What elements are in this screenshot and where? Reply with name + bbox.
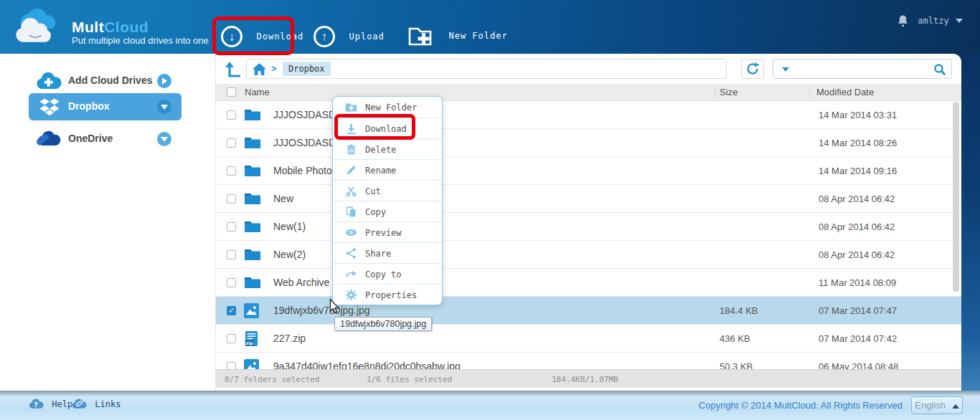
search-filter-chevron-icon[interactable]: [782, 67, 789, 72]
home-icon[interactable]: [253, 63, 266, 78]
file-name[interactable]: New(1): [273, 221, 306, 232]
svg-text:?: ?: [34, 401, 37, 409]
add-cloud-icon: [36, 72, 62, 90]
folder-icon: [244, 191, 261, 205]
copyright-text: Copyright © 2014 MultCloud. All Rights R…: [699, 400, 903, 411]
menu-item-rename[interactable]: Rename: [333, 159, 442, 180]
menu-item-share[interactable]: Share: [333, 242, 442, 263]
menu-item-cut[interactable]: Cut: [333, 180, 442, 201]
table-row[interactable]: zip 227.zip 436 KB 07 Mar 2014 07:42: [216, 325, 961, 353]
svg-text:zip: zip: [246, 340, 254, 346]
file-modified: 11 Mar 2014 08:09: [819, 277, 896, 288]
scissors-icon: [345, 185, 357, 197]
search-input[interactable]: [792, 61, 928, 77]
row-checkbox[interactable]: [227, 222, 236, 232]
new-folder-icon: [345, 101, 357, 113]
column-header-size[interactable]: Size: [720, 87, 738, 97]
menu-item-delete[interactable]: Delete: [333, 138, 442, 159]
sidebar-item-label: Add Cloud Drives: [68, 75, 152, 86]
upload-button[interactable]: ↑ Upload: [314, 26, 385, 50]
row-checkbox[interactable]: [227, 250, 236, 259]
row-checkbox[interactable]: [227, 278, 236, 287]
context-menu: New Folder Download Delete Rename Cut Co…: [332, 96, 443, 305]
column-divider: [715, 85, 715, 99]
download-button[interactable]: ↓ Download: [221, 26, 303, 50]
sidebar-item-onedrive[interactable]: OneDrive: [29, 125, 182, 153]
table-row[interactable]: New 08 Apr 2014 06:42: [216, 185, 961, 213]
row-checkbox[interactable]: [227, 166, 236, 176]
select-all-checkbox[interactable]: [227, 87, 236, 97]
footer: ? Help Links Copyright © 2014 MultCloud.…: [0, 391, 980, 420]
file-modified: 08 Apr 2014 06:42: [819, 249, 895, 260]
menu-item-copy[interactable]: Copy: [333, 201, 442, 221]
links-link[interactable]: Links: [72, 398, 121, 413]
table-row[interactable]: New(2) 08 Apr 2014 06:42: [216, 241, 961, 269]
row-checkbox[interactable]: [227, 138, 236, 148]
menu-item-properties[interactable]: Properties: [333, 284, 442, 305]
menu-item-download[interactable]: Download: [333, 118, 442, 138]
table-row[interactable]: New(1) 08 Apr 2014 06:42: [216, 213, 961, 241]
status-folders-selected: 0/7 folders selected: [225, 375, 319, 384]
bell-icon[interactable]: [897, 14, 908, 27]
menu-item-label: Rename: [365, 166, 396, 176]
table-row[interactable]: Mobile Photos 14 Mar 2014 09:16: [216, 157, 961, 185]
vertical-scrollbar[interactable]: [953, 102, 959, 292]
menu-item-label: Copy to: [365, 269, 402, 280]
refresh-button[interactable]: [741, 59, 764, 79]
search-icon[interactable]: [933, 63, 946, 79]
breadcrumb-current[interactable]: Dropbox: [283, 62, 331, 76]
column-header-modified[interactable]: Modified Date: [816, 87, 874, 97]
image-file-icon: [244, 303, 259, 318]
new-folder-button-label: New Folder: [448, 31, 507, 41]
table-row[interactable]: JJJOSJDASDJAC 14 Mar 2014 03:31: [216, 101, 961, 129]
file-name[interactable]: New: [273, 193, 293, 204]
breadcrumb-chevron-icon: >: [271, 63, 277, 74]
menu-item-label: Preview: [365, 228, 402, 238]
folder-icon: [244, 108, 261, 121]
menu-item-new-folder[interactable]: New Folder: [333, 97, 442, 118]
row-checkbox[interactable]: [227, 334, 236, 343]
download-button-label: Download: [256, 32, 303, 42]
collapse-down-icon[interactable]: [157, 100, 171, 114]
table-row[interactable]: JJJOSJDASDJAC 14 Mar 2014 08:26: [216, 129, 961, 157]
language-chevron-up-icon: [952, 404, 959, 409]
menu-item-preview[interactable]: Preview: [333, 221, 442, 242]
multcloud-logo-icon[interactable]: [11, 9, 67, 49]
language-selector-button[interactable]: English: [911, 396, 963, 414]
user-chevron-down-icon[interactable]: [956, 19, 963, 23]
go-up-button[interactable]: [223, 60, 242, 79]
row-checkbox[interactable]: [227, 110, 236, 120]
brand-title: MultCloud: [72, 19, 149, 36]
menu-item-copy-to[interactable]: Copy to: [333, 263, 442, 284]
column-header-name[interactable]: Name: [245, 87, 270, 97]
table-row[interactable]: 9a347d40jw1efg16e8n8di20dc0hsabw.jpg 50.…: [216, 353, 961, 369]
file-name[interactable]: 9a347d40jw1efg16e8n8di20dc0hsabw.jpg: [273, 361, 461, 369]
help-link[interactable]: ? Help: [29, 398, 72, 413]
sidebar-item-add-cloud-drives[interactable]: Add Cloud Drives: [29, 67, 182, 95]
new-folder-button[interactable]: New Folder: [407, 24, 508, 49]
file-name[interactable]: New(2): [273, 249, 306, 260]
brand-part2: Cloud: [104, 19, 149, 35]
sidebar-item-label: OneDrive: [68, 133, 113, 144]
multcloud-app: MultCloud Put multiple cloud drives into…: [0, 0, 980, 420]
links-cloud-icon: [72, 398, 87, 409]
row-checkbox[interactable]: [227, 362, 236, 369]
username[interactable]: amltzy: [918, 16, 948, 26]
file-name[interactable]: Mobile Photos: [273, 165, 337, 176]
table-row-selected[interactable]: 19dfwjxb6v780jpg.jpg 184.4 KB 07 Mar 201…: [216, 297, 961, 325]
row-checkbox[interactable]: [227, 194, 236, 204]
row-checkbox-checked[interactable]: [227, 306, 236, 315]
expand-down-icon[interactable]: [157, 132, 171, 146]
sidebar-item-dropbox[interactable]: Dropbox: [29, 93, 182, 120]
file-name[interactable]: 19dfwjxb6v780jpg.jpg: [273, 305, 370, 316]
file-name[interactable]: 227.zip: [273, 333, 306, 344]
folder-icon: [244, 163, 261, 177]
user-menu[interactable]: amltzy: [897, 14, 963, 29]
onedrive-icon: [36, 130, 62, 147]
table-row[interactable]: Web Archive 11 Mar 2014 08:09: [216, 269, 961, 297]
expand-right-icon[interactable]: [157, 74, 171, 88]
file-modified: 14 Mar 2014 09:16: [819, 166, 897, 176]
share-icon: [345, 247, 357, 259]
file-name[interactable]: Web Archive: [273, 277, 329, 288]
brand-part1: Mult: [72, 19, 104, 35]
